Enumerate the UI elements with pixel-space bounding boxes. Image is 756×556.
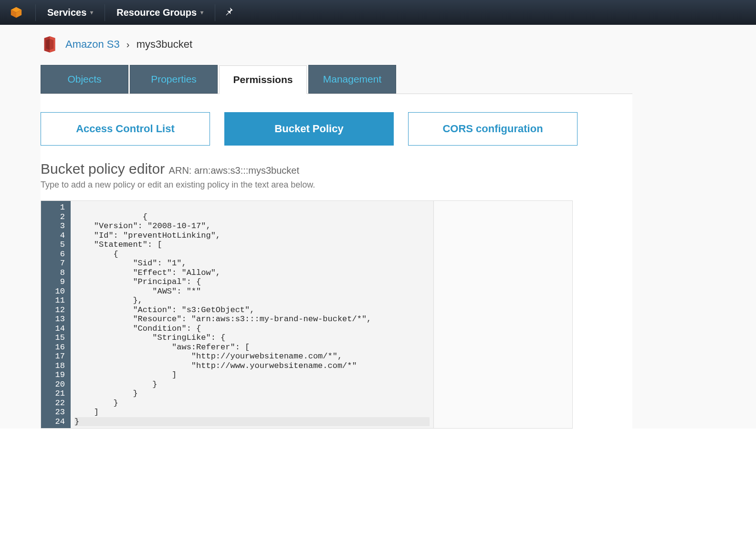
permissions-subtabs: Access Control List Bucket Policy CORS c… [41,112,632,146]
tab-permissions[interactable]: Permissions [219,65,307,94]
svg-marker-6 [50,39,53,50]
s3-service-icon [41,35,59,53]
page-content: Amazon S3 › mys3bucket Objects Propertie… [0,25,756,429]
services-label: Services [47,7,86,18]
resource-groups-menu[interactable]: Resource Groups ▾ [109,2,211,23]
permissions-panel: Access Control List Bucket Policy CORS c… [41,94,632,429]
editor-code-area[interactable]: { "Version": "2008-10-17", "Id": "preven… [71,201,434,428]
breadcrumb-row: Amazon S3 › mys3bucket [41,35,632,53]
chevron-down-icon: ▾ [90,9,93,16]
editor-right-pane [434,201,572,428]
chevron-down-icon: ▾ [200,9,203,16]
subtab-bucket-policy[interactable]: Bucket Policy [224,112,394,146]
resource-groups-label: Resource Groups [116,7,197,18]
editor-gutter: 123456789101112131415161718192021222324 [41,201,71,428]
breadcrumb: Amazon S3 › mys3bucket [65,38,192,51]
breadcrumb-root-link[interactable]: Amazon S3 [65,38,120,50]
services-menu[interactable]: Services ▾ [40,2,101,23]
top-navbar: Services ▾ Resource Groups ▾ [0,0,756,25]
pin-icon[interactable] [219,2,240,23]
divider [105,4,105,21]
breadcrumb-current: mys3bucket [136,38,192,50]
editor-arn: ARN: arn:aws:s3:::mys3bucket [169,165,299,176]
editor-header: Bucket policy editor ARN: arn:aws:s3:::m… [41,161,632,190]
tab-management[interactable]: Management [308,65,396,94]
tab-properties[interactable]: Properties [130,65,218,94]
tab-objects[interactable]: Objects [41,65,128,94]
editor-title: Bucket policy editor [41,161,165,177]
breadcrumb-separator: › [126,39,130,50]
subtab-cors[interactable]: CORS configuration [408,112,578,146]
aws-logo-icon[interactable] [10,6,23,19]
divider [215,4,215,21]
policy-editor[interactable]: 123456789101112131415161718192021222324 … [41,200,573,429]
editor-subtitle: Type to add a new policy or edit an exis… [41,180,632,190]
subtab-acl[interactable]: Access Control List [41,112,210,146]
divider [35,4,36,21]
main-tabs: Objects Properties Permissions Managemen… [41,65,632,94]
